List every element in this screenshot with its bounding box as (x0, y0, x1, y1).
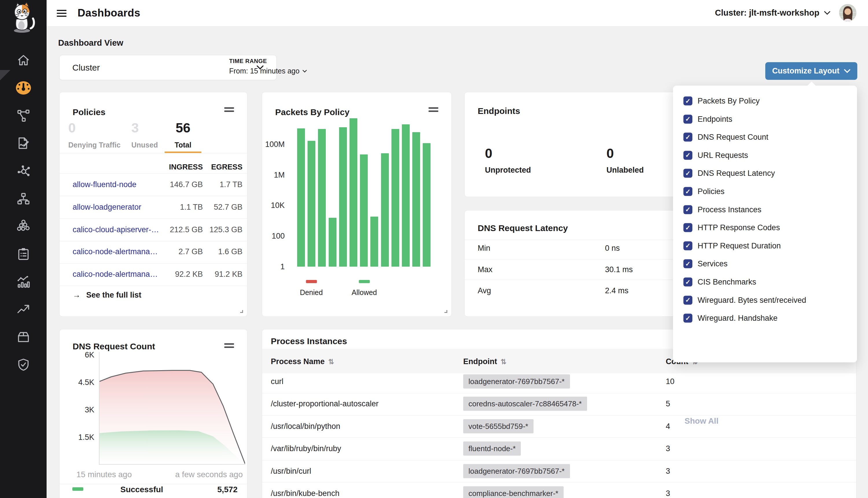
show-all-link[interactable]: Show All (685, 417, 718, 426)
resize-handle[interactable] (444, 310, 447, 313)
sidebar-item-clipboard-list[interactable] (0, 246, 47, 262)
sidebar-item-package-box[interactable] (0, 329, 47, 345)
card-title: Endpoints (478, 106, 520, 116)
bar-allowed[interactable] (339, 127, 347, 267)
menu-item[interactable]: ✓ Services (683, 259, 728, 268)
customize-layout-button[interactable]: Customize Layout (765, 62, 857, 80)
menu-item[interactable]: ✓ Packets By Policy (683, 96, 760, 106)
checkbox-checked-icon[interactable]: ✓ (683, 187, 692, 196)
menu-item[interactable]: ✓ DNS Request Latency (683, 169, 775, 178)
packets-by-policy-card: Packets By Policy 100M1M10K1001 Denied A… (262, 92, 452, 317)
sort-icon[interactable]: ⇅ (501, 357, 506, 366)
sidebar-item-trend-arrow[interactable] (0, 301, 47, 317)
menu-item[interactable]: ✓ HTTP Request Duration (683, 241, 781, 250)
bar-allowed[interactable] (308, 141, 315, 267)
policy-link[interactable]: calico-node-alertmana… (73, 270, 158, 279)
process-name: curl (271, 377, 284, 386)
resize-handle[interactable] (240, 310, 243, 313)
sidebar-item-cluster-circles[interactable] (0, 218, 47, 234)
checkbox-checked-icon[interactable]: ✓ (683, 296, 692, 304)
checkbox-checked-icon[interactable]: ✓ (683, 205, 692, 214)
policies-stat-tab[interactable]: 0 Denying Traffic (68, 121, 132, 149)
process-name: /usr/bin/curl (271, 467, 311, 476)
endpoint-chip[interactable]: compliance-benchmarker-* (463, 486, 563, 498)
menu-item[interactable]: ✓ URL Requests (683, 151, 748, 160)
bar-allowed[interactable] (350, 118, 357, 267)
package-box-icon (16, 330, 30, 344)
bar-allowed[interactable] (318, 129, 326, 267)
checkbox-checked-icon[interactable]: ✓ (683, 241, 692, 250)
bar-allowed[interactable] (423, 143, 430, 267)
card-menu-icon[interactable] (224, 342, 234, 350)
policy-link[interactable]: allow-loadgenerator (73, 203, 141, 212)
bar-allowed[interactable] (412, 132, 420, 267)
column-header-process-name[interactable]: Process Name⇅ (271, 357, 334, 366)
endpoint-chip[interactable]: vote-5655bd759-* (463, 419, 533, 433)
menu-item[interactable]: ✓ HTTP Response Codes (683, 223, 780, 232)
cluster-selector-label: Cluster: jlt-msft-workshop (715, 8, 819, 18)
cluster-selector[interactable]: Cluster: jlt-msft-workshop (715, 8, 830, 18)
time-range-label: TIME RANGE (229, 58, 307, 65)
policy-link[interactable]: calico-cloud-apiserver-… (73, 225, 159, 234)
card-menu-icon[interactable] (428, 106, 438, 114)
sidebar-item-network-nodes[interactable] (0, 163, 47, 179)
bar-allowed[interactable] (381, 153, 389, 267)
hamburger-menu-icon[interactable] (57, 8, 67, 18)
policy-link[interactable]: calico-node-alertmana… (73, 247, 158, 256)
column-header-endpoint[interactable]: Endpoint⇅ (463, 357, 506, 366)
bar-allowed[interactable] (391, 129, 399, 267)
menu-item[interactable]: ✓ Wireguard. Handshake (683, 314, 777, 323)
menu-item[interactable]: ✓ Process Instances (683, 205, 762, 214)
bar-allowed[interactable] (360, 155, 368, 267)
see-full-list-link[interactable]: → See the full list (73, 291, 142, 300)
menu-item-label: URL Requests (698, 151, 748, 160)
bar-allowed[interactable] (329, 218, 337, 267)
menu-item[interactable]: ✓ Endpoints (683, 115, 732, 123)
menu-item[interactable]: ✓ CIS Benchmarks (683, 278, 756, 287)
endpoint-chip[interactable]: loadgenerator-7697bb7567-* (463, 375, 570, 389)
sidebar-item-home[interactable] (0, 52, 47, 68)
menu-item[interactable]: ✓ Wireguard. Bytes sent/received (683, 296, 806, 304)
bar-allowed[interactable] (402, 124, 410, 267)
checkbox-checked-icon[interactable]: ✓ (683, 169, 692, 178)
endpoint-chip[interactable]: loadgenerator-7697bb7567-* (463, 464, 570, 479)
legend-item[interactable]: Allowed (351, 279, 377, 297)
menu-item[interactable]: ✓ DNS Request Count (683, 133, 768, 142)
y-tick-label: 1 (262, 262, 285, 271)
user-avatar[interactable] (839, 4, 856, 22)
time-range-value[interactable]: From: 15 minutes ago (229, 67, 307, 75)
policy-link[interactable]: allow-fluentd-node (73, 180, 137, 189)
checkbox-checked-icon[interactable]: ✓ (683, 115, 692, 123)
endpoint-chip[interactable]: coredns-autoscaler-7c88465478-* (463, 397, 587, 411)
calico-cat-logo[interactable] (4, 2, 43, 34)
checkbox-checked-icon[interactable]: ✓ (683, 133, 692, 142)
checkbox-checked-icon[interactable]: ✓ (683, 314, 692, 323)
checkbox-checked-icon[interactable]: ✓ (683, 151, 692, 160)
menu-item[interactable]: ✓ Policies (683, 187, 725, 196)
shield-check-icon (16, 358, 30, 372)
sidebar-item-report-chart[interactable] (0, 274, 47, 290)
sidebar-item-dashboard-gauge-active[interactable] (0, 80, 47, 96)
process-name: /usr/bin/kube-bench (271, 489, 339, 498)
time-range: TIME RANGE From: 15 minutes ago (229, 58, 307, 75)
network-nodes-icon (16, 164, 30, 178)
checkbox-checked-icon[interactable]: ✓ (683, 278, 692, 287)
process-count: 10 (666, 377, 674, 386)
checkbox-checked-icon[interactable]: ✓ (683, 259, 692, 268)
bar-allowed[interactable] (370, 217, 378, 267)
policies-stat-tab[interactable]: 3 Unused (131, 121, 166, 149)
policy-ingress-value: 2.7 GB (179, 247, 203, 256)
sidebar-item-policy-editor[interactable] (0, 135, 47, 151)
endpoint-chip[interactable]: fluentd-node-* (463, 442, 521, 456)
sidebar-item-tree-hierarchy[interactable] (0, 191, 47, 207)
policy-egress-value: 1.7 TB (220, 180, 243, 189)
sidebar-item-service-graph[interactable] (0, 108, 47, 124)
card-menu-icon[interactable] (224, 106, 234, 114)
checkbox-checked-icon[interactable]: ✓ (683, 96, 692, 106)
legend-item[interactable]: Denied (300, 279, 323, 297)
checkbox-checked-icon[interactable]: ✓ (683, 223, 692, 232)
sidebar-item-shield-check[interactable] (0, 357, 47, 373)
sort-icon[interactable]: ⇅ (328, 357, 334, 366)
policies-stat-tab[interactable]: 56 Total (165, 121, 202, 149)
bar-allowed[interactable] (297, 128, 305, 267)
